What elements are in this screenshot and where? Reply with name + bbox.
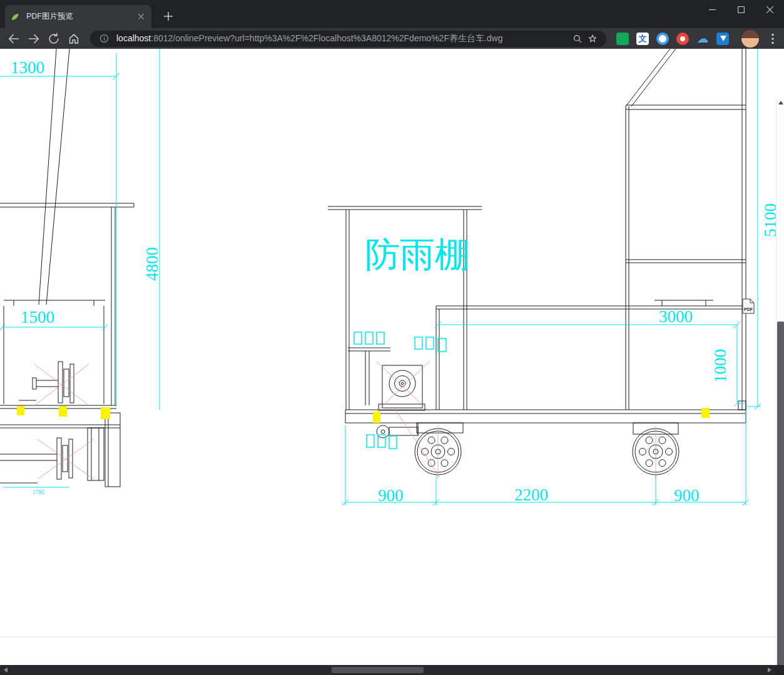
horizontal-scrollbar[interactable] — [0, 665, 784, 675]
bookmark-star-icon[interactable] — [585, 31, 600, 46]
pdf-icon-label: PDF — [744, 307, 753, 312]
vertical-scrollbar[interactable] — [776, 98, 784, 675]
dimension-label-2200: 2200 — [514, 485, 548, 504]
title-bar: PDF图片预览 — [0, 0, 784, 28]
rain-shelter-label: 防雨棚 — [365, 235, 470, 274]
dimension-label-1300: 1300 — [11, 58, 44, 77]
scroll-right-icon[interactable] — [768, 667, 771, 672]
url-path: :8012/onlinePreview?url=http%3A%2F%2Floc… — [151, 33, 502, 43]
address-bar[interactable]: localhost:8012/onlinePreview?url=http%3A… — [90, 31, 606, 47]
extension-icon-6[interactable] — [716, 33, 729, 45]
forward-button[interactable] — [25, 30, 43, 48]
dimension-label-1500: 1500 — [21, 308, 54, 327]
cloud-extension-icon[interactable]: ☁ — [696, 33, 709, 45]
page-content: 1300 4800 1500 1785 900 2200 900 3000 10… — [0, 49, 784, 665]
home-button[interactable] — [65, 30, 83, 48]
pdf-file-icon[interactable]: PDF — [743, 299, 754, 313]
dimension-label-4800: 4800 — [143, 247, 161, 281]
cad-text-placeholder-boxes — [354, 332, 446, 449]
cad-drawing: 1300 4800 1500 1785 900 2200 900 3000 10… — [0, 49, 784, 665]
browser-tab[interactable]: PDF图片预览 — [5, 5, 151, 28]
vertical-scroll-thumb[interactable] — [777, 322, 784, 675]
url-text[interactable]: localhost:8012/onlinePreview?url=http%3A… — [116, 33, 570, 44]
dimension-label-900-left: 900 — [378, 486, 404, 505]
reload-button[interactable] — [45, 30, 63, 48]
profile-avatar[interactable] — [741, 30, 759, 48]
tab-close-icon[interactable] — [135, 11, 146, 23]
new-tab-button[interactable] — [160, 8, 176, 24]
zoom-icon[interactable] — [570, 31, 585, 46]
spring-leaf-icon — [10, 12, 20, 22]
navigation-toolbar: localhost:8012/onlinePreview?url=http%3A… — [0, 28, 784, 49]
dimension-lines — [0, 49, 761, 505]
scroll-left-icon[interactable] — [4, 667, 8, 672]
translate-extension-icon[interactable]: 文 — [636, 33, 649, 45]
tab-title: PDF图片预览 — [26, 11, 135, 22]
dimension-label-3000: 3000 — [659, 307, 693, 326]
dimension-label-1000: 1000 — [711, 349, 730, 383]
left-view-geometry — [0, 49, 134, 487]
browser-menu-icon[interactable] — [765, 31, 780, 46]
extension-icon-3[interactable] — [656, 33, 669, 45]
extension-icon-4[interactable] — [676, 33, 689, 45]
url-host: localhost — [116, 33, 151, 43]
scroll-up-icon[interactable] — [778, 101, 783, 104]
horizontal-scroll-thumb[interactable] — [332, 667, 424, 673]
extension-icon-1[interactable] — [616, 33, 629, 45]
maximize-button[interactable] — [726, 0, 755, 19]
minimize-button[interactable] — [698, 0, 726, 19]
dimension-label-1785: 1785 — [33, 489, 44, 495]
close-button[interactable] — [755, 0, 784, 19]
back-button[interactable] — [5, 30, 23, 48]
dimension-label-900-right: 900 — [674, 486, 700, 505]
page-info-icon[interactable] — [96, 31, 111, 46]
window-controls — [698, 0, 784, 19]
highlight-marks — [17, 406, 710, 423]
scrollbar-corner — [775, 665, 784, 675]
